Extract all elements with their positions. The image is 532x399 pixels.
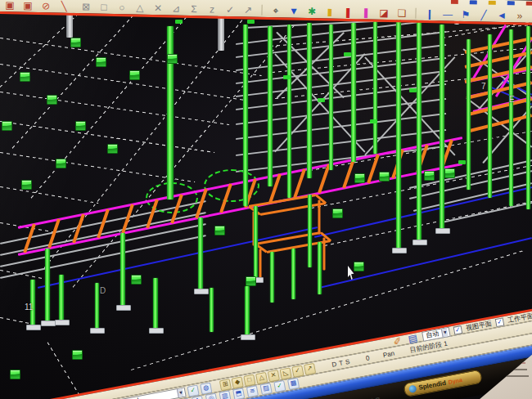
red-part-icon[interactable]: ▣: [3, 0, 16, 11]
snap-center-icon[interactable]: ◆: [231, 376, 243, 388]
footing-cube[interactable]: [47, 95, 57, 105]
green-column[interactable]: [210, 288, 214, 332]
footing-cube[interactable]: [214, 226, 225, 235]
footing-cube[interactable]: [96, 57, 106, 67]
snap-line-icon[interactable]: ✓: [291, 365, 304, 377]
red-circle-icon[interactable]: ⊘: [39, 0, 52, 11]
crossed-rect-icon[interactable]: ⊠: [79, 1, 92, 12]
green-column[interactable]: [509, 29, 513, 206]
green-column[interactable]: [198, 217, 203, 290]
snap-any-icon[interactable]: ↗: [304, 362, 316, 374]
green-column[interactable]: [120, 233, 125, 307]
footing-cube[interactable]: [56, 159, 66, 168]
footing-cube[interactable]: [2, 121, 12, 131]
green-column[interactable]: [526, 26, 530, 209]
globe-icon[interactable]: ◍: [200, 382, 212, 394]
green-column[interactable]: [167, 26, 174, 200]
orange-beam[interactable]: [293, 168, 306, 198]
footing-cube[interactable]: [424, 171, 435, 181]
select-wave-icon[interactable]: ≋: [246, 385, 259, 397]
green-column[interactable]: [318, 242, 322, 294]
select-ok-icon[interactable]: ✓: [273, 380, 286, 392]
snap-points-icon[interactable]: ⊞: [219, 379, 232, 391]
footing-cube[interactable]: [129, 70, 140, 80]
green-column[interactable]: [329, 25, 333, 170]
green-column[interactable]: [351, 23, 356, 162]
book-icon[interactable]: ▤: [406, 331, 420, 345]
footing-cube[interactable]: [72, 350, 83, 360]
green-column[interactable]: [153, 278, 158, 329]
orange-beam[interactable]: [470, 114, 532, 132]
green-column[interactable]: [45, 249, 50, 322]
snap-intersect-icon[interactable]: ✕: [268, 370, 280, 382]
footing-cube[interactable]: [20, 72, 30, 82]
cross-icon[interactable]: ✕: [151, 2, 164, 14]
green-column[interactable]: [467, 39, 471, 190]
red-part2-icon[interactable]: ▣: [21, 0, 34, 11]
footing-cube[interactable]: [70, 38, 81, 47]
work-plane-checkbox[interactable]: ✓: [495, 317, 505, 327]
green-column[interactable]: [245, 286, 250, 335]
mask-icon[interactable]: ◪: [377, 7, 390, 19]
copy-icon[interactable]: ❏: [395, 7, 408, 19]
chevron-down-icon[interactable]: ▾: [177, 388, 183, 397]
dash-icon[interactable]: —: [441, 8, 453, 20]
green-column[interactable]: [59, 275, 64, 321]
zed-icon[interactable]: z: [205, 3, 218, 15]
green-column[interactable]: [254, 206, 258, 279]
corner-icon[interactable]: ⊿: [169, 2, 182, 14]
select-hatch-icon[interactable]: ▨: [260, 383, 273, 395]
footing-cube[interactable]: [246, 276, 256, 286]
triangle-icon[interactable]: △: [133, 2, 146, 14]
clip-plane-icon[interactable]: ▼: [287, 5, 300, 16]
footing-cube[interactable]: [21, 180, 32, 190]
green-column[interactable]: [270, 252, 274, 303]
footing-cube[interactable]: [131, 275, 142, 285]
select-fill-icon[interactable]: ▩: [287, 378, 300, 390]
yellow-note-icon[interactable]: ▮: [323, 6, 336, 17]
green-column[interactable]: [440, 25, 444, 231]
green-column[interactable]: [373, 21, 377, 154]
orange-frame[interactable]: [318, 200, 321, 234]
green-column[interactable]: [396, 20, 401, 250]
fast-forward-icon[interactable]: »: [513, 10, 525, 21]
snap-end-icon[interactable]: △: [255, 371, 268, 383]
ok-icon[interactable]: ✓: [187, 384, 199, 397]
view-plane-checkbox[interactable]: ✓: [453, 325, 463, 335]
binoculars-icon[interactable]: ⌖: [269, 5, 282, 16]
arrow-left-icon[interactable]: ◄: [495, 10, 507, 21]
footing-cube[interactable]: [167, 54, 178, 64]
footing-cube[interactable]: [332, 208, 343, 218]
arrow-ne-icon[interactable]: ↗: [241, 4, 254, 16]
chevron-down-icon[interactable]: ▾: [441, 328, 448, 337]
check-icon[interactable]: ✓: [223, 4, 236, 16]
footing-cube[interactable]: [75, 121, 86, 131]
green-column[interactable]: [95, 283, 99, 329]
footing-cube[interactable]: [107, 144, 118, 154]
red-pin-icon[interactable]: ❚: [341, 7, 354, 18]
green-column[interactable]: [308, 195, 312, 267]
magenta-pin-icon[interactable]: ❚: [359, 7, 372, 18]
gray-beam[interactable]: [413, 182, 532, 212]
footing-cube[interactable]: [379, 172, 390, 182]
orange-frame[interactable]: [323, 237, 326, 270]
sigma-icon[interactable]: Σ: [187, 3, 200, 15]
select-view-icon[interactable]: ⬒: [232, 388, 245, 399]
green-column[interactable]: [488, 34, 492, 198]
footing-cube[interactable]: [444, 168, 455, 178]
select-plane-icon[interactable]: ▥: [219, 390, 231, 399]
green-column[interactable]: [307, 23, 312, 178]
footing-cube[interactable]: [10, 370, 20, 379]
pen-icon[interactable]: ✐: [390, 334, 404, 348]
flag-icon[interactable]: ⚑: [459, 9, 471, 20]
slash-icon[interactable]: ╱: [477, 9, 489, 20]
green-column[interactable]: [243, 25, 248, 206]
footing-cube[interactable]: [354, 173, 365, 183]
red-line-icon[interactable]: ╲: [57, 1, 70, 12]
green-column[interactable]: [268, 26, 273, 186]
snap-perp-icon[interactable]: ◺: [279, 367, 291, 379]
green-column[interactable]: [287, 25, 291, 198]
green-column[interactable]: [417, 18, 422, 242]
footing-cube[interactable]: [354, 262, 364, 271]
paw-icon[interactable]: ✱: [305, 6, 318, 17]
